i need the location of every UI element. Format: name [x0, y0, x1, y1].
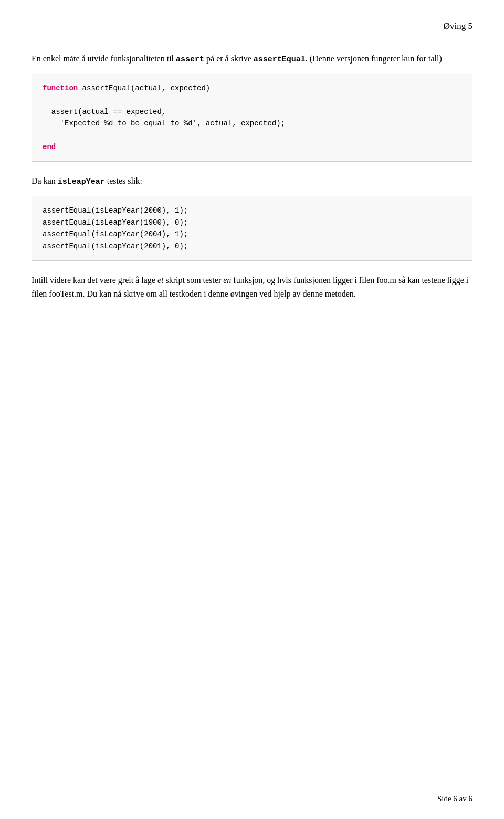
- footer-text: Side 6 av 6: [437, 794, 472, 803]
- intro-text-1: En enkel måte å utvide funksjonaliteten …: [32, 54, 176, 63]
- code-line1-rest: assertEqual(actual, expected): [78, 84, 210, 92]
- page-footer: Side 6 av 6: [32, 790, 472, 803]
- assertequal-inline: assertEqual: [254, 55, 306, 64]
- intro-text-2: (Denne versjonen fungerer kun for tall): [310, 54, 442, 63]
- cb2-line1: assertEqual(isLeapYear(2000), 1);: [43, 206, 188, 215]
- cb2-line3: assertEqual(isLeapYear(2004), 1);: [43, 230, 188, 238]
- intro-paragraph: En enkel måte å utvide funksjonaliteten …: [32, 52, 472, 66]
- p1-en: en: [223, 276, 231, 285]
- function-keyword: function: [43, 84, 78, 92]
- intro-text-1c: .: [306, 54, 308, 63]
- isleapyear-section: Da kan isLeapYear testes slik: assertEqu…: [32, 174, 472, 261]
- code-block-1: function assertEqual(actual, expected) a…: [32, 74, 472, 162]
- cb2-line4: assertEqual(isLeapYear(2001), 0);: [43, 242, 188, 250]
- p1-et: et: [158, 276, 164, 285]
- intro-section: En enkel måte å utvide funksjonaliteten …: [32, 52, 472, 162]
- code-block-2: assertEqual(isLeapYear(2000), 1); assert…: [32, 196, 472, 261]
- section-prefix: Da kan: [32, 176, 58, 185]
- assert-inline: assert: [176, 55, 204, 64]
- page-title: Øving 5: [444, 21, 472, 32]
- intro-text-1b: på er å skrive: [204, 54, 254, 63]
- end-keyword: end: [43, 143, 56, 151]
- script-paragraph: Intill videre kan det være greit å lage …: [32, 274, 472, 300]
- script-section: Intill videre kan det være greit å lage …: [32, 274, 472, 300]
- cb2-line2: assertEqual(isLeapYear(1900), 0);: [43, 218, 188, 227]
- p1-text1: Intill videre kan det være greit å lage: [32, 276, 158, 285]
- section-label: Da kan isLeapYear testes slik:: [32, 174, 472, 188]
- isleapyear-inline: isLeapYear: [58, 177, 105, 186]
- page-container: Øving 5 En enkel måte å utvide funksjona…: [0, 0, 504, 819]
- page-header: Øving 5: [32, 21, 472, 36]
- p1-text2: skript som tester: [163, 276, 223, 285]
- section-suffix: testes slik:: [105, 176, 142, 185]
